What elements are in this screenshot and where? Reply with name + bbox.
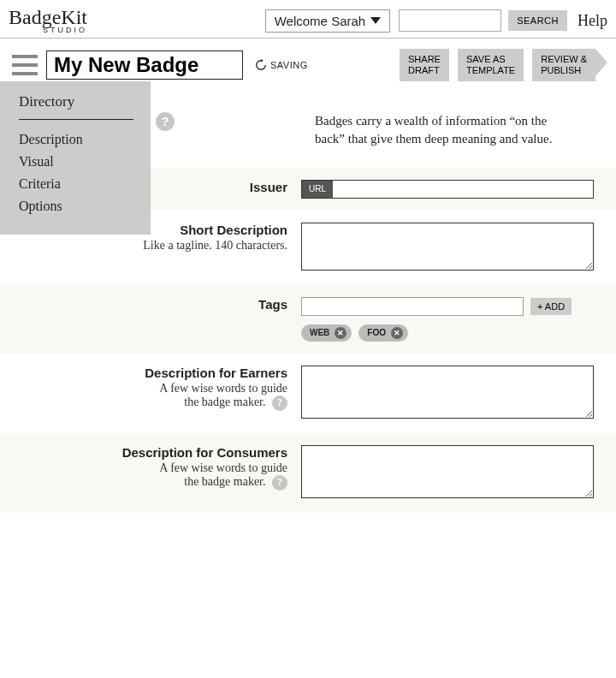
- saving-indicator: SAVING: [255, 59, 308, 71]
- user-dropdown-label: Welcome Sarah: [275, 14, 365, 28]
- intro-text: Badges carry a wealth of information “on…: [315, 112, 563, 147]
- earners-textarea[interactable]: [301, 366, 594, 419]
- url-prefix: URL: [302, 181, 333, 198]
- tags-input[interactable]: [301, 297, 524, 316]
- earners-label: Description for Earners: [0, 366, 287, 380]
- short-desc-textarea[interactable]: [301, 223, 594, 271]
- earners-sub: A few wise words to guide the badge make…: [0, 382, 287, 411]
- add-tag-button[interactable]: + ADD: [530, 298, 572, 315]
- user-dropdown[interactable]: Welcome Sarah: [265, 9, 390, 33]
- review-publish-button[interactable]: REVIEW & PUBLISH: [532, 49, 595, 81]
- tag-pill: FOO ✕: [358, 324, 408, 342]
- menu-item-options[interactable]: Options: [19, 195, 133, 217]
- tags-list: WEB ✕ FOO ✕: [301, 324, 594, 342]
- toolbar: SAVING SHARE DRAFT SAVE AS TEMPLATE REVI…: [0, 39, 616, 92]
- consumers-label: Description for Consumers: [0, 445, 287, 460]
- consumers-sub: A few wise words to guide the badge make…: [0, 461, 287, 491]
- menu-item-visual[interactable]: Visual: [19, 151, 133, 173]
- menu-item-description[interactable]: Description: [19, 128, 133, 151]
- earners-row: Description for Earners A few wise words…: [0, 354, 616, 433]
- save-template-button[interactable]: SAVE AS TEMPLATE: [458, 49, 524, 81]
- help-icon[interactable]: ?: [272, 396, 287, 411]
- help-icon[interactable]: ?: [272, 475, 287, 491]
- issuer-url-input[interactable]: [333, 181, 593, 198]
- remove-tag-icon[interactable]: ✕: [335, 327, 346, 339]
- consumers-textarea[interactable]: [301, 445, 594, 498]
- hamburger-icon[interactable]: [12, 55, 38, 75]
- tag-label: FOO: [367, 328, 386, 337]
- app-header: BadgeKit STUDIO Welcome Sarah SEARCH Hel…: [0, 0, 616, 39]
- help-link[interactable]: Help: [578, 12, 607, 30]
- search-input[interactable]: [399, 9, 501, 32]
- saving-label: SAVING: [270, 60, 308, 70]
- short-desc-sub: Like a tagline. 140 characters.: [0, 239, 287, 253]
- refresh-icon: [255, 59, 267, 71]
- logo-text: BadgeKit: [9, 7, 87, 27]
- remove-tag-icon[interactable]: ✕: [391, 327, 403, 339]
- tag-pill: WEB ✕: [301, 324, 352, 342]
- side-menu: Directory Description Visual Criteria Op…: [0, 81, 151, 235]
- search-button[interactable]: SEARCH: [508, 10, 567, 31]
- menu-directory[interactable]: Directory: [19, 93, 133, 120]
- tags-row: Tags + ADD WEB ✕ FOO ✕: [0, 285, 616, 354]
- share-draft-button[interactable]: SHARE DRAFT: [400, 49, 449, 81]
- logo: BadgeKit STUDIO: [9, 7, 87, 34]
- tag-label: WEB: [310, 328, 329, 337]
- menu-item-criteria[interactable]: Criteria: [19, 173, 133, 195]
- consumers-row: Description for Consumers A few wise wor…: [0, 433, 616, 513]
- issuer-url-field: URL: [301, 180, 594, 199]
- chevron-down-icon: [370, 17, 381, 24]
- badge-name-input[interactable]: [46, 51, 243, 80]
- tags-label: Tags: [0, 297, 287, 312]
- arrow-right-icon: [595, 49, 607, 76]
- help-icon[interactable]: ?: [156, 112, 175, 131]
